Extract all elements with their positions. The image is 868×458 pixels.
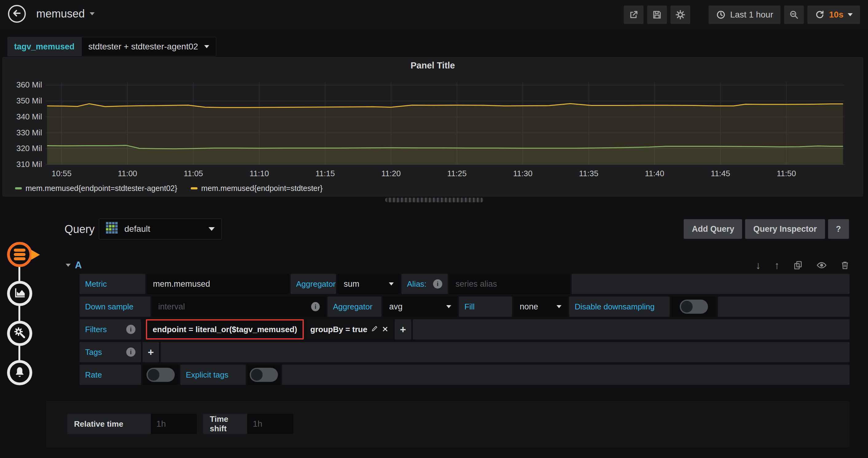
disable-downsampling-toggle[interactable] [680,300,708,314]
interval-input[interactable] [153,302,311,312]
time-shift-group: Time shift [203,414,293,434]
legend-item[interactable]: mem.memused{endpoint=stdtester-agent02} [15,184,177,193]
settings-button[interactable] [671,5,690,24]
y-axis-label: 360 Mil [6,80,42,90]
legend-item[interactable]: mem.memused{endpoint=stdtester} [191,184,322,193]
refresh-icon [815,10,825,20]
row-filler [571,274,849,294]
datasource-name: default [124,224,150,234]
dashboard-title[interactable]: memused [36,7,95,20]
fill-value: none [520,302,538,312]
add-tag-button[interactable]: + [143,342,159,362]
panel-resize-handle[interactable] [385,198,484,202]
add-filter-button[interactable]: + [395,319,411,339]
x-axis-label: 11:50 [769,169,803,178]
remove-filter-x-icon[interactable] [382,325,388,334]
variable-value-dropdown[interactable]: stdtester + stdtester-agent02 [82,37,216,57]
opentsdb-logo-icon [106,222,118,236]
x-axis-label: 11:10 [242,169,276,178]
metric-input[interactable] [148,279,288,289]
time-range-label: Last 1 hour [730,10,773,20]
downsample-row: Down sample i Aggregator avg Fill none D… [80,297,849,317]
y-axis-label: 330 Mil [6,128,42,137]
fill-select[interactable]: none [514,297,568,317]
explicit-tags-label: Explicit tags [180,365,246,385]
row-filler [718,297,849,317]
panel-title[interactable]: Panel Title [3,61,863,71]
rate-toggle[interactable] [147,368,175,382]
save-button[interactable] [647,5,667,24]
row-filler [282,365,849,385]
filters-row: Filters i endpoint = literal_or($tagv_me… [80,319,849,339]
legend-swatch-icon [191,187,197,189]
chevron-down-icon [389,283,394,286]
relative-time-input-wrap [151,414,197,434]
help-button[interactable]: ? [828,219,849,239]
interval-input-wrap: i [152,297,326,317]
info-icon[interactable]: i [126,325,135,334]
collapse-caret-icon[interactable] [66,264,71,267]
tab-queries[interactable] [7,242,32,267]
datasource-picker[interactable]: default [99,219,222,239]
explicit-tags-toggle-cell [247,365,280,385]
back-arrow-icon [12,8,22,20]
x-axis-label: 11:45 [704,169,738,178]
x-axis-label: 11:40 [638,169,672,178]
chevron-down-icon [209,227,215,231]
move-query-down-icon[interactable]: ↓ [755,259,761,271]
variable-value-text: stdtester + stdtester-agent02 [89,42,198,52]
filter-tag-highlighted[interactable]: endpoint = literal_or($tagv_memused) [146,319,304,339]
tab-general[interactable] [7,321,32,346]
timeseries-chart[interactable] [46,78,844,172]
info-icon[interactable]: i [433,279,442,289]
sidebar-connector-line [19,254,20,374]
aggregator-select[interactable]: sum [338,274,400,294]
query-editor-rows: Metric Aggregator sum Alias: i Down samp… [80,274,849,385]
share-button[interactable] [624,5,644,24]
ds-aggregator-select[interactable]: avg [383,297,457,317]
tags-label-box: Tags i [80,342,141,362]
x-axis-label: 11:30 [506,169,540,178]
chevron-down-icon [90,12,95,15]
query-ref-letter[interactable]: A [75,260,82,271]
time-shift-input[interactable] [247,419,293,429]
groupby-text: groupBy = true [310,325,367,334]
duplicate-query-icon[interactable] [793,260,803,270]
query-ref-row: A ↓ ↑ [66,258,849,272]
query-inspector-button[interactable]: Query Inspector [745,219,825,239]
tab-alert[interactable] [7,360,32,385]
chevron-down-icon [446,305,451,308]
template-variable: tagv_memused stdtester + stdtester-agent… [7,37,216,57]
time-range-picker[interactable]: Last 1 hour [709,5,780,24]
downsample-label: Down sample [80,297,151,317]
info-icon[interactable]: i [311,302,320,311]
filter-tag-groupby[interactable]: groupBy = true [305,319,393,339]
rate-toggle-cell [143,365,179,385]
refresh-picker[interactable]: 10s [807,5,860,24]
edit-pencil-icon[interactable] [371,325,378,334]
graph-panel: Panel Title mem.memused{endpoint=stdtest… [2,57,863,196]
alias-label-box: Alias: i [401,274,448,294]
zoom-out-button[interactable] [784,5,804,24]
relative-time-input[interactable] [151,419,197,429]
back-button[interactable] [8,5,26,23]
x-axis-label: 10:55 [44,169,78,178]
toggle-visibility-eye-icon[interactable] [816,260,827,270]
explicit-tags-toggle[interactable] [250,368,278,382]
info-icon[interactable]: i [126,348,135,357]
alias-input[interactable] [451,279,569,289]
add-query-button[interactable]: Add Query [684,219,742,239]
row-filler [161,342,849,362]
y-axis-label: 340 Mil [6,112,42,122]
gear-icon [675,9,686,20]
y-axis-label: 310 Mil [6,160,42,169]
fill-label: Fill [459,297,512,317]
move-query-up-icon[interactable]: ↑ [774,259,779,271]
y-axis-label: 320 Mil [6,144,42,153]
tab-visualization[interactable] [7,281,32,306]
x-axis-label: 11:00 [111,169,144,178]
database-icon [14,249,26,260]
y-axis-label: 350 Mil [6,96,42,106]
delete-query-trash-icon[interactable] [840,261,849,270]
metric-row: Metric Aggregator sum Alias: i [80,274,849,294]
